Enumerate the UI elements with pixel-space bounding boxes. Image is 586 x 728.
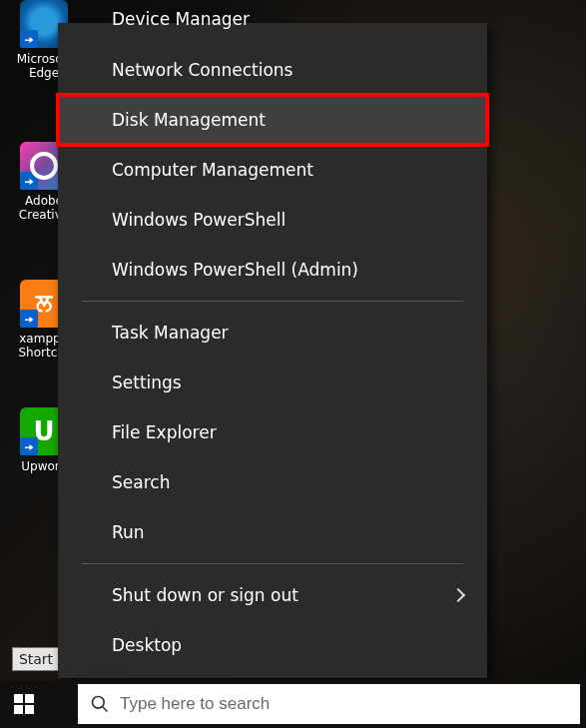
winx-context-menu: Device Manager Network Connections Disk …	[58, 23, 487, 678]
winx-item-label: Task Manager	[112, 323, 229, 343]
taskbar-search[interactable]	[78, 684, 580, 724]
shortcut-arrow-icon	[20, 30, 38, 48]
winx-item-settings[interactable]: Settings	[58, 358, 487, 407]
winx-item-file-explorer[interactable]: File Explorer	[58, 407, 487, 457]
start-tooltip-label: Start	[19, 651, 53, 667]
winx-item-shutdown-signout[interactable]: Shut down or sign out	[58, 570, 487, 620]
winx-item-label: Network Connections	[112, 60, 293, 80]
winx-item-network-connections[interactable]: Network Connections	[58, 45, 487, 95]
winx-item-label: File Explorer	[112, 422, 217, 442]
search-input[interactable]	[120, 694, 568, 714]
start-tooltip: Start	[12, 647, 60, 671]
taskbar	[0, 680, 586, 728]
xampp-glyph: ਲ	[36, 290, 52, 318]
shortcut-arrow-icon	[20, 172, 38, 190]
winx-item-label: Desktop	[112, 635, 182, 655]
winx-item-desktop[interactable]: Desktop	[58, 620, 487, 670]
winx-item-disk-management[interactable]: Disk Management	[58, 95, 487, 145]
winx-item-label: Search	[112, 472, 170, 492]
shortcut-arrow-icon	[20, 310, 38, 328]
svg-line-1	[103, 707, 108, 712]
winx-item-search[interactable]: Search	[58, 457, 487, 507]
start-button[interactable]	[0, 680, 48, 728]
windows-logo-icon	[14, 694, 34, 714]
winx-separator	[82, 563, 463, 564]
winx-item-label: Settings	[112, 372, 182, 392]
search-icon	[90, 694, 110, 714]
winx-item-powershell[interactable]: Windows PowerShell	[58, 195, 487, 245]
winx-separator	[82, 301, 463, 302]
svg-point-0	[93, 697, 105, 709]
winx-item-computer-management[interactable]: Computer Management	[58, 145, 487, 195]
winx-item-task-manager[interactable]: Task Manager	[58, 308, 487, 358]
winx-item-label: Windows PowerShell (Admin)	[112, 260, 358, 280]
shortcut-arrow-icon	[20, 437, 38, 455]
winx-item-label: Device Manager	[112, 9, 250, 29]
winx-item-label: Run	[112, 522, 145, 542]
winx-item-run[interactable]: Run	[58, 507, 487, 557]
winx-item-label: Computer Management	[112, 160, 313, 180]
winx-item-label: Disk Management	[112, 110, 266, 130]
winx-item-powershell-admin[interactable]: Windows PowerShell (Admin)	[58, 245, 487, 295]
winx-item-device-manager[interactable]: Device Manager	[58, 23, 487, 45]
winx-item-label: Windows PowerShell	[112, 210, 286, 230]
winx-item-label: Shut down or sign out	[112, 585, 298, 605]
chevron-right-icon	[451, 588, 465, 602]
